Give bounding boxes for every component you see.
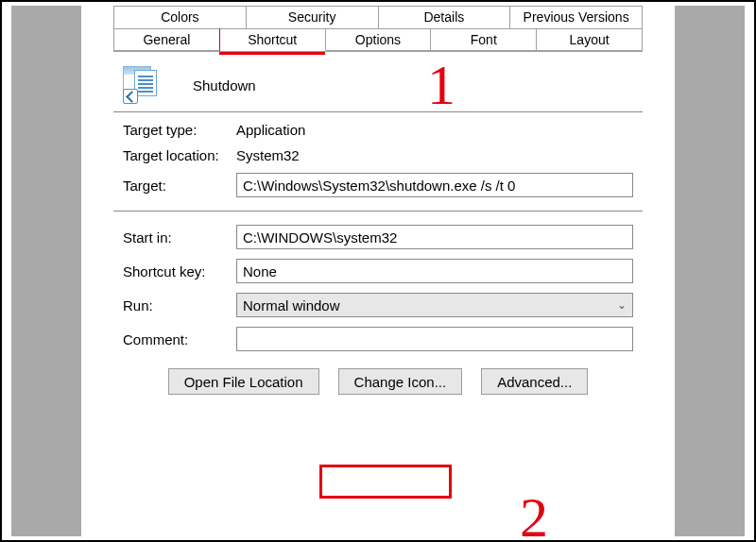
row-comment: Comment: bbox=[123, 327, 633, 351]
tab-colors[interactable]: Colors bbox=[113, 6, 247, 28]
tab-options[interactable]: Options bbox=[326, 28, 432, 51]
value-target-type: Application bbox=[236, 122, 305, 138]
separator-2 bbox=[113, 211, 643, 212]
row-start-in: Start in: bbox=[123, 225, 633, 249]
row-target-location: Target location: System32 bbox=[123, 147, 633, 163]
properties-dialog: Colors Security Details Previous Version… bbox=[94, 6, 662, 536]
start-in-input[interactable] bbox=[236, 225, 633, 249]
tab-security[interactable]: Security bbox=[247, 6, 379, 28]
tab-font[interactable]: Font bbox=[431, 28, 537, 51]
run-select-value: Normal window bbox=[243, 297, 340, 313]
label-start-in: Start in: bbox=[123, 229, 236, 246]
change-icon-button[interactable]: Change Icon... bbox=[338, 368, 463, 395]
frame-left bbox=[6, 6, 87, 536]
label-run: Run: bbox=[123, 297, 236, 313]
form: Target type: Application Target location… bbox=[113, 122, 643, 395]
advanced-button[interactable]: Advanced... bbox=[481, 368, 588, 395]
shortcut-key-input[interactable] bbox=[236, 259, 633, 283]
shortcut-page: Shutdown Target type: Application Target… bbox=[113, 53, 643, 527]
title-row: Shutdown bbox=[123, 66, 633, 104]
open-file-location-button[interactable]: Open File Location bbox=[168, 368, 319, 395]
label-target-location: Target location: bbox=[123, 147, 236, 163]
tab-row-1: Colors Security Details Previous Version… bbox=[113, 6, 643, 28]
label-shortcut-key: Shortcut key: bbox=[123, 263, 236, 279]
tab-shortcut[interactable]: Shortcut bbox=[220, 28, 326, 51]
label-target: Target: bbox=[123, 178, 236, 194]
label-target-type: Target type: bbox=[123, 122, 236, 138]
separator-1 bbox=[113, 111, 643, 112]
shortcut-title: Shutdown bbox=[193, 77, 256, 93]
button-row: Open File Location Change Icon... Advanc… bbox=[123, 368, 633, 395]
tab-row-2: General Shortcut Options Font Layout bbox=[113, 28, 643, 51]
row-run: Run: Normal window ⌄ bbox=[123, 293, 633, 317]
tab-layout[interactable]: Layout bbox=[537, 28, 643, 51]
row-shortcut-key: Shortcut key: bbox=[123, 259, 633, 283]
row-target: Target: bbox=[123, 173, 633, 197]
frame-right bbox=[669, 6, 750, 536]
value-target-location: System32 bbox=[236, 147, 300, 163]
target-input[interactable] bbox=[236, 173, 633, 197]
tab-details[interactable]: Details bbox=[379, 6, 511, 28]
comment-input[interactable] bbox=[236, 327, 633, 351]
row-target-type: Target type: Application bbox=[123, 122, 633, 138]
shortcut-icon bbox=[123, 66, 166, 104]
annotation-box-change-icon bbox=[319, 465, 452, 499]
run-select[interactable]: Normal window ⌄ bbox=[236, 293, 633, 317]
tab-general[interactable]: General bbox=[113, 28, 220, 51]
tab-previous-versions[interactable]: Previous Versions bbox=[510, 6, 643, 28]
label-comment: Comment: bbox=[123, 331, 236, 347]
tab-strip: Colors Security Details Previous Version… bbox=[113, 6, 643, 51]
chevron-down-icon: ⌄ bbox=[617, 298, 627, 312]
